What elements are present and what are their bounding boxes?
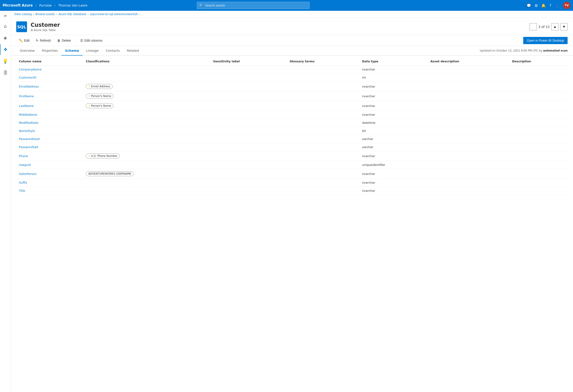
cell-data-type: nvarchar [359,82,428,91]
cell-column-name[interactable]: PasswordHash [16,135,83,143]
cell-column-name[interactable]: CustomerID [16,74,83,82]
cell-column-name[interactable]: SalesPerson [16,169,83,179]
cell-column-name[interactable]: Phone [16,151,83,161]
pagination-checkbox[interactable] [530,23,537,30]
cell-sensitivity [210,151,287,161]
tab-schema[interactable]: Schema [61,46,83,56]
cell-glossary [287,143,359,151]
asset-header: SQL Customer ⊞ Azure SQL Table 2 of 13 ▲… [11,18,573,35]
cell-asset-description [428,66,509,74]
notification-icon[interactable]: 🔔 [541,3,546,8]
cell-column-name[interactable]: Suffix [16,179,83,187]
cell-description [509,101,568,111]
refresh-button[interactable]: ↻ Refresh [33,37,54,44]
cell-classifications [83,179,210,187]
cell-classifications [83,135,210,143]
table-row: SalesPersonADVENTUREWORKS.USERNAMEnvarch… [16,169,568,179]
open-power-bi-button[interactable]: Open in Power BI Desktop [523,37,568,44]
cell-column-name[interactable]: ModifiedDate [16,119,83,127]
cell-glossary [287,119,359,127]
purview-label[interactable]: Purview [39,4,52,7]
breadcrumb-azure-sql[interactable]: Azure SQL Database [59,13,86,16]
cell-description [509,82,568,91]
tab-overview[interactable]: Overview [16,46,38,56]
main-content: Data catalog › Browse assets › Azure SQL… [11,11,573,392]
table-row: PasswordSaltvarchar [16,143,568,151]
edit-icon: ✏️ [19,39,23,42]
cell-data-type: nvarchar [359,111,428,119]
home-icon: ⌂ [4,23,7,29]
cell-column-name[interactable]: EmailAddress [16,82,83,91]
feedback-icon[interactable]: 💬 [527,3,531,8]
sidebar-item-catalog[interactable]: ◈ [0,33,11,43]
tab-related[interactable]: Related [124,46,143,56]
management-icon: 🗄 [3,70,8,76]
sidebar-item-browse[interactable]: ❖ [0,44,11,55]
brand-label: Microsoft Azure [3,3,33,7]
header-glossary: Glossary terms [287,57,359,66]
cell-classifications [83,119,210,127]
cell-classifications [83,74,210,82]
cell-data-type: nvarchar [359,179,428,187]
table-row: NameStylebit [16,127,568,135]
schema-section: Column name Classifications Sensitivity … [11,57,573,195]
cell-column-name[interactable]: FirstName [16,91,83,101]
asset-type-icon: SQL [16,21,27,32]
breadcrumb-database[interactable]: azpurview-tvl-sql-adventureworkslt [90,13,138,16]
avatar[interactable]: TV [563,2,570,9]
cell-sensitivity [210,74,287,82]
cell-column-name[interactable]: rowguid [16,161,83,169]
cell-classifications [83,111,210,119]
table-row: Suffixnvarchar [16,179,568,187]
schema-table: Column name Classifications Sensitivity … [16,57,568,195]
cell-column-name[interactable]: LastName [16,101,83,111]
cell-column-name[interactable]: NameStyle [16,127,83,135]
cell-description [509,111,568,119]
tab-contacts[interactable]: Contacts [102,46,124,56]
table-row: MiddleNamenvarchar [16,111,568,119]
help-icon[interactable]: ? [549,3,551,8]
cell-sensitivity [210,82,287,91]
cell-glossary [287,91,359,101]
sidebar-item-management[interactable]: 🗄 [0,68,11,78]
sidebar-item-home[interactable]: ⌂ [0,21,11,32]
breadcrumb-data-catalog[interactable]: Data catalog [14,13,32,16]
search-input[interactable] [205,4,307,7]
cell-column-name[interactable]: CompanyName [16,66,83,74]
updated-text: Updated on October 13, 2021 8:00 PM UTC … [480,49,542,52]
prev-button[interactable]: ▲ [551,23,559,30]
cell-glossary [287,161,359,169]
cell-column-name[interactable]: PasswordSalt [16,143,83,151]
expand-icon: ≫ [4,14,7,17]
cell-data-type: int [359,74,428,82]
sidebar-expand-button[interactable]: ≫ [0,12,11,20]
refresh-icon: ↻ [36,39,38,42]
cell-column-name[interactable]: Title [16,187,83,195]
asset-info: Customer ⊞ Azure SQL Table [31,22,60,32]
table-header-row: Column name Classifications Sensitivity … [16,57,568,66]
search-icon: 🔍 [199,4,203,7]
sidebar-item-insights[interactable]: 💡 [0,56,11,67]
account-icon[interactable]: 👤 [555,3,559,8]
tab-lineage[interactable]: Lineage [83,46,102,56]
browse-icon: ❖ [4,47,8,52]
cell-data-type: nvarchar [359,91,428,101]
delete-button[interactable]: 🗑 Delete [54,37,73,44]
breadcrumb-browse-assets[interactable]: Browse assets [36,13,55,16]
portal-icon[interactable]: ⊞ [535,3,538,8]
tab-properties[interactable]: Properties [38,46,61,56]
cell-classifications [83,161,210,169]
cell-description [509,74,568,82]
edit-button[interactable]: ✏️ Edit [16,37,32,44]
cell-column-name[interactable]: MiddleName [16,111,83,119]
edit-columns-button[interactable]: ☰ Edit columns [77,37,105,44]
next-button[interactable]: ▼ [560,23,568,30]
cell-description [509,169,568,179]
cell-data-type: nvarchar [359,66,428,74]
search-bar[interactable]: 🔍 [197,2,309,9]
cell-classifications: ⚡U.S. Phone Number [83,151,210,161]
cell-classifications [83,66,210,74]
breadcrumb-sep-1: › [33,13,34,16]
user-label[interactable]: Thomas Van Laere [58,4,87,7]
cell-glossary [287,135,359,143]
